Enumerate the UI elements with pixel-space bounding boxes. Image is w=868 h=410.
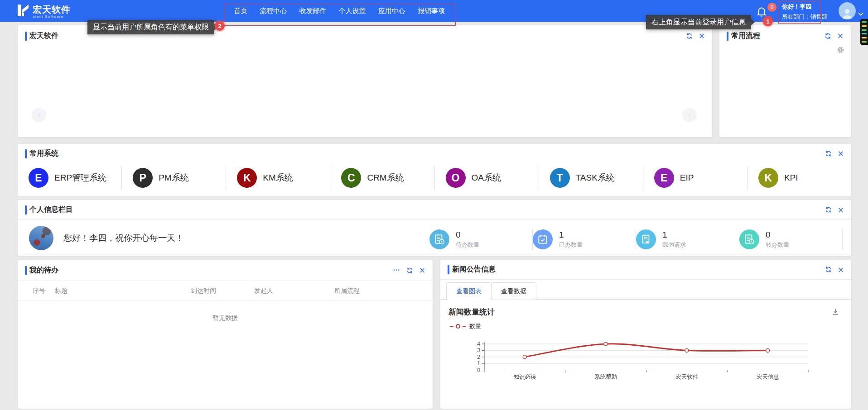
system-label: CRM系统 [367,172,404,184]
nav-item-5[interactable]: 报销事项 [418,7,445,15]
close-icon[interactable]: × [837,33,844,39]
system-item-EIP[interactable]: EEIP [643,168,747,188]
todo-column-header[interactable]: 到达时间 [191,287,216,295]
chevron-down-icon[interactable] [858,10,863,18]
system-label: KPI [784,173,798,183]
refresh-icon[interactable] [686,33,693,39]
system-letter-icon: K [237,168,257,188]
brand-mark-icon [17,3,29,19]
data-point[interactable] [523,355,526,359]
stat-value: 1 [662,230,686,239]
panel-title: 常用流程 [727,31,760,41]
tour-step-badge: 2 [215,21,225,31]
brand-title: 宏天软件 [33,5,71,14]
nav-item-2[interactable]: 收发邮件 [299,7,326,15]
system-item-ERP管理系统[interactable]: EERP管理系统 [18,168,121,188]
system-letter-icon: T [550,168,570,188]
system-item-KM系统[interactable]: KKM系统 [226,168,330,188]
browser-extension-widget[interactable] [860,19,868,45]
stat-value: 0 [766,230,789,239]
main-nav: 首页流程中心收发邮件个人设置应用中心报销事项 [224,0,455,22]
calendar-check-icon [533,229,553,249]
close-icon[interactable]: × [838,207,844,213]
nav-item-4[interactable]: 应用中心 [378,7,405,15]
todo-column-header[interactable]: 发起人 [254,287,273,295]
user-info[interactable]: 你好！李四 所在部门：销售部 [782,3,827,20]
chart-legend[interactable]: 数量 [450,322,481,330]
chart-title: 新闻数量统计 [448,307,495,317]
legend-line [450,326,453,327]
data-point[interactable] [685,348,689,352]
x-axis-label: 宏天软件 [675,374,699,380]
system-item-KPI[interactable]: KKPI [747,168,851,188]
data-point[interactable] [766,348,770,352]
personal-stats: 0待办数量1已办数量1我的请求0转办数量 [429,225,843,254]
close-icon[interactable]: × [699,33,705,39]
todo-list-clock-icon [429,229,449,249]
system-item-PM系统[interactable]: PPM系统 [122,168,226,188]
refresh-icon[interactable] [406,267,413,274]
close-icon[interactable]: × [838,150,844,157]
x-axis-label: 宏天信息 [757,374,779,380]
panel-title: 宏天软件 [25,31,58,41]
close-icon[interactable]: × [838,267,844,273]
refresh-icon[interactable] [825,33,831,39]
empty-state-text: 暂无数据 [18,314,433,322]
news-tabs: 查看图表查看数据 [440,282,851,300]
bell-icon[interactable] [756,5,767,17]
panel-personal-info: 个人信息栏目 × 您好！李四，祝你开心每一天！ 0待办数量1已办数量1我的请求0… [18,200,851,256]
refresh-icon[interactable] [825,206,832,213]
todo-column-header[interactable]: 所属流程 [334,287,360,295]
panel-common-systems: 常用系统 × EERP管理系统PPM系统KKM系统CCRM系统OOA系统TTAS… [18,144,851,196]
panel-title: 新闻公告信息 [448,265,496,274]
svg-text:3: 3 [477,347,480,353]
stat-value: 0 [456,230,479,239]
system-label: PM系统 [159,172,189,184]
carousel-prev-icon[interactable]: ‹ [32,108,46,122]
tab-view-data[interactable]: 查看数据 [491,282,536,300]
personal-stat-已办数量[interactable]: 1已办数量 [533,225,636,254]
stat-label: 待办数量 [456,241,479,249]
personal-stat-待办数量[interactable]: 0待办数量 [429,225,533,254]
system-letter-icon: E [654,168,674,188]
panel-title: 常用系统 [25,149,58,158]
legend-label: 数量 [469,322,481,330]
brand-logo[interactable]: 宏天软件 otent Software [17,3,71,19]
news-line-chart: 01234知识必读系统帮助宏天软件宏天信息 [467,335,829,387]
more-icon[interactable]: ••• [393,267,400,273]
refresh-icon[interactable] [825,150,832,157]
system-item-TASK系统[interactable]: TTASK系统 [539,168,643,188]
legend-marker-icon [456,324,460,329]
panel-hongtian-carousel: 宏天软件 × ‹ › [18,25,712,137]
todo-column-header[interactable]: 序号 [33,287,45,295]
panel-title: 我的待办 [25,266,58,275]
nav-item-3[interactable]: 个人设置 [339,7,366,15]
system-letter-icon: O [446,168,466,188]
notification-badge: 0 [767,3,776,12]
todo-table-header: 序号标题到达时间发起人所属流程 [18,281,433,301]
x-axis-label: 系统帮助 [594,374,617,380]
stat-label: 我的请求 [662,241,686,249]
panel-title: 个人信息栏目 [25,205,73,215]
nav-item-0[interactable]: 首页 [234,7,247,15]
todo-column-header[interactable]: 标题 [55,287,68,295]
stat-value: 1 [559,230,583,239]
user-avatar-icon[interactable] [839,2,856,19]
personal-stat-我的请求[interactable]: 1我的请求 [636,225,739,254]
gear-icon[interactable] [837,46,844,56]
system-item-CRM系统[interactable]: CCRM系统 [330,168,434,188]
tab-view-chart[interactable]: 查看图表 [446,282,492,300]
brand-subtitle: otent Software [33,14,71,19]
carousel-next-icon[interactable]: › [682,108,697,122]
data-point[interactable] [604,342,608,346]
refresh-icon[interactable] [825,266,832,273]
welcome-message: 您好！李四，祝你开心每一天！ [63,232,184,244]
user-department: 所在部门：销售部 [782,14,827,20]
close-icon[interactable]: × [419,267,425,273]
system-label: EIP [680,173,694,183]
personal-stat-转办数量[interactable]: 0转办数量 [739,225,843,254]
nav-item-1[interactable]: 流程中心 [260,7,287,15]
system-item-OA系统[interactable]: OOA系统 [435,168,539,188]
download-icon[interactable] [831,308,839,318]
system-label: ERP管理系统 [54,172,106,184]
